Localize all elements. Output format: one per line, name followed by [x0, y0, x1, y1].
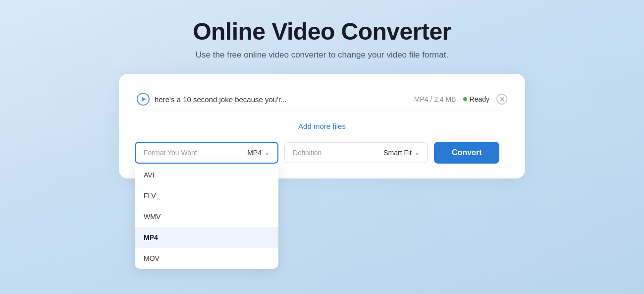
- file-meta: MP4 / 2.4 MB: [414, 95, 456, 103]
- status-label: Ready: [470, 95, 489, 103]
- definition-chevron-down-icon: ⌄: [415, 149, 420, 156]
- definition-select-button[interactable]: Definition Smart Fit ⌄: [284, 142, 428, 163]
- format-select-wrapper: Format You Want MP4 ⌄ AVI FLV WMV MP4 MO…: [135, 142, 278, 164]
- format-select-button[interactable]: Format You Want MP4 ⌄: [135, 142, 278, 164]
- page-subtitle: Use the free online video converter to c…: [10, 50, 634, 60]
- file-info-right: MP4 / 2.4 MB Ready ✕: [414, 94, 507, 105]
- format-option-avi[interactable]: AVI: [135, 165, 278, 185]
- file-status: Ready: [463, 95, 489, 103]
- file-info-left: here's a 10 second joke because you'r...: [137, 93, 287, 106]
- format-option-wmv[interactable]: WMV: [135, 206, 278, 227]
- definition-selected-value: Smart Fit: [383, 149, 412, 157]
- page-title: Online Video Converter: [10, 18, 634, 45]
- main-card: here's a 10 second joke because you'r...…: [119, 74, 525, 178]
- controls-row: Format You Want MP4 ⌄ AVI FLV WMV MP4 MO…: [135, 142, 509, 164]
- chevron-down-icon: ⌄: [265, 149, 269, 156]
- play-icon: [137, 93, 150, 106]
- add-files-section: Add more files: [135, 118, 509, 140]
- add-more-files-link[interactable]: Add more files: [298, 122, 346, 130]
- status-dot: [463, 97, 467, 101]
- format-dropdown: AVI FLV WMV MP4 MOV: [135, 165, 278, 269]
- file-row: here's a 10 second joke because you'r...…: [135, 88, 509, 111]
- format-option-mov[interactable]: MOV: [135, 248, 278, 269]
- format-option-mp4[interactable]: MP4: [135, 227, 278, 248]
- format-option-flv[interactable]: FLV: [135, 185, 278, 206]
- definition-label: Definition: [293, 149, 322, 157]
- format-value-chevron: MP4 ⌄: [247, 149, 269, 157]
- page-header: Online Video Converter Use the free onli…: [0, 0, 644, 74]
- remove-file-button[interactable]: ✕: [496, 94, 507, 105]
- format-label: Format You Want: [144, 149, 197, 157]
- file-name: here's a 10 second joke because you'r...: [155, 95, 287, 104]
- convert-button[interactable]: Convert: [434, 142, 499, 164]
- definition-value-chevron: Smart Fit ⌄: [383, 149, 420, 157]
- format-selected-value: MP4: [247, 149, 262, 157]
- play-triangle: [142, 97, 146, 102]
